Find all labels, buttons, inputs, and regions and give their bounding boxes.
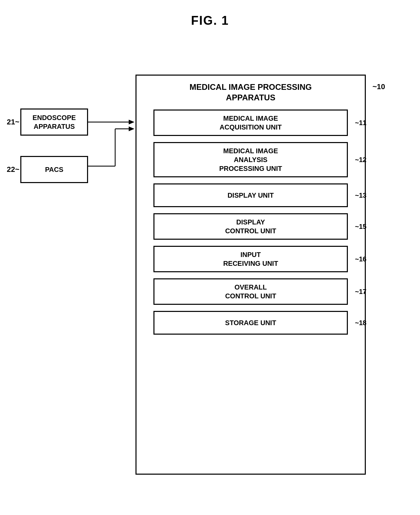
apparatus-ref: ~10: [373, 82, 385, 91]
endoscope-box: ENDOSCOPEAPPARATUS: [20, 108, 88, 136]
pacs-box: PACS: [20, 156, 88, 183]
unit-box-17: OVERALLCONTROL UNIT: [153, 278, 348, 305]
unit-ref-16: ~16: [355, 255, 366, 263]
unit-row-11: MEDICAL IMAGEACQUISITION UNIT ~11: [153, 110, 348, 136]
endoscope-ref-label: 21~: [7, 118, 19, 126]
units-container: MEDICAL IMAGEACQUISITION UNIT ~11 MEDICA…: [136, 106, 365, 338]
svg-marker-1: [129, 120, 134, 124]
unit-ref-17: ~17: [355, 288, 366, 296]
unit-ref-13: ~13: [355, 192, 366, 199]
unit-box-13: DISPLAY UNIT: [153, 183, 348, 207]
apparatus-title: MEDICAL IMAGE PROCESSINGAPPARATUS: [136, 76, 365, 106]
unit-box-11: MEDICAL IMAGEACQUISITION UNIT: [153, 110, 348, 136]
unit-ref-18: ~18: [355, 319, 366, 327]
unit-row-15: DISPLAYCONTROL UNIT ~15: [153, 213, 348, 240]
unit-box-15: DISPLAYCONTROL UNIT: [153, 213, 348, 240]
unit-row-16: INPUTRECEIVING UNIT ~16: [153, 246, 348, 272]
unit-row-12: MEDICAL IMAGEANALYSISPROCESSING UNIT ~12: [153, 142, 348, 177]
endoscope-wrapper: 21~ ENDOSCOPEAPPARATUS: [20, 108, 88, 136]
svg-marker-5: [129, 126, 134, 131]
unit-ref-12: ~12: [355, 156, 366, 164]
unit-row-17: OVERALLCONTROL UNIT ~17: [153, 278, 348, 305]
pacs-ref-label: 22~: [7, 165, 19, 174]
unit-ref-15: ~15: [355, 223, 366, 231]
unit-box-16: INPUTRECEIVING UNIT: [153, 246, 348, 272]
unit-ref-11: ~11: [355, 119, 366, 127]
apparatus-box: MEDICAL IMAGE PROCESSINGAPPARATUS ~10 ME…: [135, 75, 366, 475]
unit-box-18: STORAGE UNIT: [153, 311, 348, 335]
page-title: FIG. 1: [0, 0, 420, 28]
unit-box-12: MEDICAL IMAGEANALYSISPROCESSING UNIT: [153, 142, 348, 177]
pacs-wrapper: 22~ PACS: [20, 156, 88, 183]
unit-row-13: DISPLAY UNIT ~13: [153, 183, 348, 207]
unit-row-18: STORAGE UNIT ~18: [153, 311, 348, 335]
